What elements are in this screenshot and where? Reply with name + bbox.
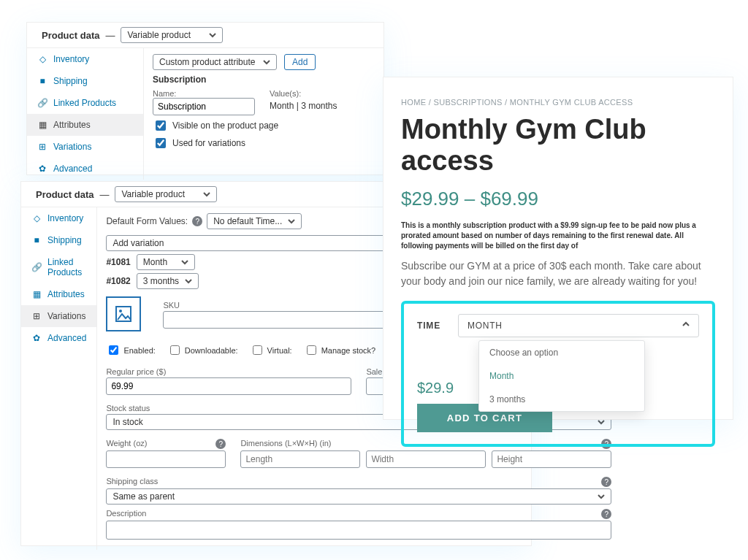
nav-shipping[interactable]: ■Shipping bbox=[21, 229, 96, 251]
product-description: Subscribe our GYM at a price of 30$ each… bbox=[401, 258, 715, 289]
nav-advanced[interactable]: ✿Advanced bbox=[27, 158, 143, 180]
used-for-variations-cb[interactable] bbox=[156, 138, 166, 148]
height-input[interactable] bbox=[492, 450, 611, 468]
time-option-choose[interactable]: Choose an option bbox=[479, 341, 644, 364]
nav-advanced[interactable]: ✿Advanced bbox=[21, 327, 96, 349]
help-icon[interactable]: ? bbox=[192, 216, 202, 226]
variation-2-select[interactable]: 3 months bbox=[137, 273, 199, 289]
help-icon[interactable]: ? bbox=[601, 477, 611, 487]
width-input[interactable] bbox=[366, 450, 486, 468]
nav-attributes[interactable]: ▦Attributes bbox=[21, 283, 96, 305]
image-icon bbox=[115, 305, 132, 323]
values-label: Value(s): bbox=[270, 89, 375, 98]
chevron-down-icon bbox=[263, 58, 270, 66]
nav-shipping[interactable]: ■Shipping bbox=[27, 70, 143, 92]
attribute-values: Month | 3 months bbox=[270, 98, 375, 111]
nav-variations[interactable]: ⊞Variations bbox=[27, 136, 143, 158]
attribute-name-input[interactable] bbox=[153, 98, 255, 115]
product-title: Monthly Gym Club access bbox=[401, 114, 715, 176]
variation-option-box: TIME MONTH Choose an option Month 3 mont… bbox=[401, 301, 715, 447]
nav-inventory[interactable]: ◇Inventory bbox=[27, 48, 143, 70]
help-icon[interactable]: ? bbox=[215, 439, 226, 449]
nav-inventory[interactable]: ◇Inventory bbox=[21, 207, 96, 229]
weight-input[interactable] bbox=[106, 450, 226, 468]
nav-attributes[interactable]: ▦Attributes bbox=[27, 114, 143, 136]
breadcrumb: HOME / SUBSCRIPTIONS / MONTHLY GYM CLUB … bbox=[401, 98, 715, 107]
name-label: Name: bbox=[153, 89, 255, 98]
time-option-month[interactable]: Month bbox=[479, 364, 644, 388]
shipping-class-select[interactable]: Same as parent bbox=[106, 488, 611, 505]
nav-linked-products[interactable]: 🔗Linked Products bbox=[27, 92, 143, 114]
nav-linked-products[interactable]: 🔗Linked Products bbox=[21, 251, 96, 283]
nav-variations[interactable]: ⊞Variations bbox=[21, 305, 96, 327]
storefront-preview: HOME / SUBSCRIPTIONS / MONTHLY GYM CLUB … bbox=[383, 77, 733, 420]
length-input[interactable] bbox=[240, 450, 360, 468]
add-attribute-button[interactable]: Add bbox=[284, 54, 316, 70]
regular-price-input[interactable] bbox=[106, 377, 351, 395]
visible-cb[interactable] bbox=[156, 120, 166, 131]
product-data-header: Product data— Variable product bbox=[27, 23, 383, 47]
virtual-cb[interactable] bbox=[253, 345, 262, 355]
product-data-nav: ◇Inventory ■Shipping 🔗Linked Products ▦A… bbox=[27, 48, 144, 180]
description-input[interactable] bbox=[106, 521, 611, 540]
product-type-select[interactable]: Variable product bbox=[121, 27, 223, 43]
time-option-3months[interactable]: 3 months bbox=[479, 388, 644, 411]
time-select[interactable]: MONTH bbox=[458, 314, 699, 337]
enabled-cb[interactable] bbox=[109, 345, 118, 355]
attribute-type-select[interactable]: Custom product attribute bbox=[153, 54, 277, 70]
svg-point-1 bbox=[119, 310, 122, 312]
chevron-down-icon bbox=[288, 218, 295, 225]
chevron-up-icon bbox=[682, 321, 690, 328]
chevron-down-icon bbox=[209, 31, 216, 39]
attribute-title: Subscription bbox=[153, 74, 375, 85]
chevron-down-icon bbox=[203, 191, 210, 198]
time-label: TIME bbox=[417, 321, 440, 331]
product-type-select[interactable]: Variable product bbox=[115, 186, 217, 202]
price-range: $29.99 – $69.99 bbox=[401, 188, 715, 210]
time-dropdown: Choose an option Month 3 months bbox=[478, 340, 645, 412]
help-icon[interactable]: ? bbox=[601, 509, 611, 519]
default-form-value-select[interactable]: No default Time... bbox=[207, 213, 302, 229]
manage-stock-cb[interactable] bbox=[307, 345, 316, 355]
downloadable-cb[interactable] bbox=[170, 345, 180, 355]
admin-panel-attributes: Product data— Variable product ◇Inventor… bbox=[26, 22, 384, 175]
variation-image-button[interactable] bbox=[106, 296, 141, 331]
subscription-note: This is a monthly subscription product w… bbox=[401, 220, 715, 251]
variation-1-select[interactable]: Month bbox=[137, 254, 195, 270]
attributes-form: Custom product attribute Add Subscriptio… bbox=[144, 48, 383, 180]
